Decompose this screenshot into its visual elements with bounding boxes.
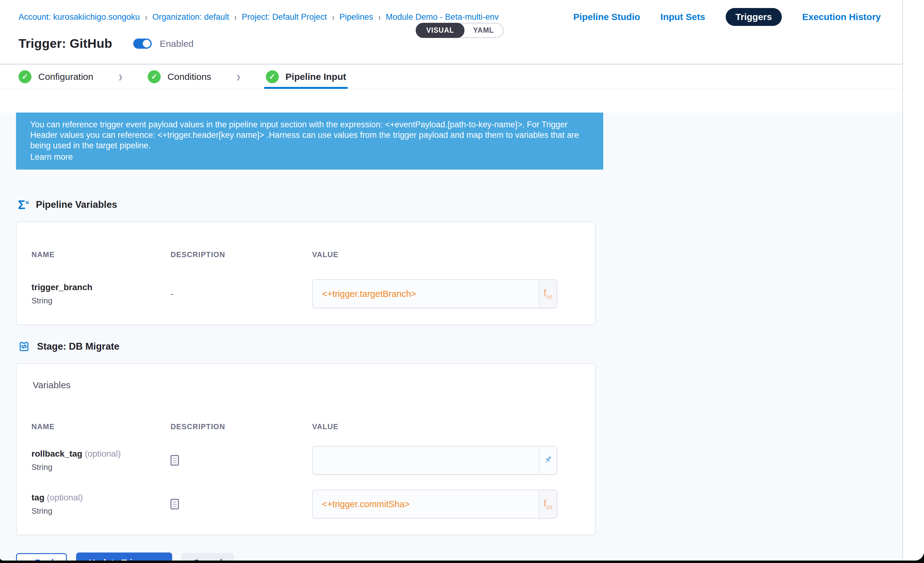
update-trigger-button[interactable]: Update Trigger › — [76, 553, 172, 560]
card-title-variables: Variables — [33, 380, 583, 390]
info-banner-text: You can reference trigger event payload … — [30, 119, 589, 151]
page-title: Trigger: GitHub — [18, 36, 112, 51]
description-icon — [171, 455, 179, 466]
table-row: rollback_tag (optional) String — [30, 446, 583, 475]
column-header-name: NAME — [30, 422, 171, 431]
expression-fx-button[interactable]: f(x) — [539, 490, 556, 518]
breadcrumb-account[interactable]: Account: kurosakiichigo.songoku — [18, 12, 140, 22]
tab-label: Conditions — [168, 72, 211, 82]
check-circle-icon: ✓ — [266, 70, 279, 83]
breadcrumb-organization[interactable]: Organization: default — [152, 12, 229, 22]
enabled-toggle[interactable] — [133, 39, 152, 49]
check-circle-icon: ✓ — [148, 70, 160, 83]
breadcrumb-pipelines[interactable]: Pipelines — [339, 12, 374, 22]
chevron-right-icon: › — [237, 69, 240, 85]
tag-value-input[interactable] — [313, 490, 539, 518]
variable-type: String — [32, 463, 171, 472]
fx-icon: f(x) — [544, 288, 552, 299]
visual-yaml-toggle: VISUAL YAML — [416, 23, 504, 38]
fx-icon: f(x) — [544, 499, 552, 510]
breadcrumb: Account: kurosakiichigo.songoku › Organi… — [18, 12, 499, 22]
pipeline-input-panel: You can reference trigger event payload … — [0, 112, 924, 560]
nav-input-sets[interactable]: Input Sets — [661, 12, 705, 22]
chevron-right-icon: › — [378, 11, 381, 22]
table-row: trigger_branch String - f(x) — [30, 279, 583, 308]
pin-icon — [543, 454, 553, 466]
tab-conditions[interactable]: ✓ Conditions — [148, 64, 211, 89]
optional-label: (optional) — [85, 449, 121, 458]
rollback-tag-value-input[interactable] — [313, 446, 539, 474]
enabled-label: Enabled — [160, 39, 194, 49]
yaml-tab[interactable]: YAML — [464, 24, 503, 37]
chevron-right-icon: › — [145, 11, 147, 22]
breadcrumb-pipeline-name[interactable]: Module Demo - Beta-multi-env — [386, 12, 499, 22]
wizard-footer: ‹ Back Update Trigger › Cancel — [16, 553, 924, 560]
variable-description: - — [171, 289, 173, 298]
stage-icon — [18, 340, 30, 353]
tab-pipeline-input[interactable]: ✓ Pipeline Input — [266, 64, 346, 89]
chevron-right-icon: › — [234, 11, 237, 22]
table-row: tag (optional) String f(x) — [30, 490, 583, 519]
variable-type: String — [32, 506, 171, 516]
wizard-tabbar: ✓ Configuration › ✓ Conditions › ✓ Pipel… — [0, 64, 924, 89]
section-title-pipeline-variables: Pipeline Variables — [36, 199, 117, 210]
trigger-branch-value-input[interactable] — [313, 280, 539, 308]
expression-fx-button[interactable]: f(x) — [539, 280, 556, 308]
back-button[interactable]: ‹ Back — [16, 553, 67, 560]
pin-input-type-button[interactable] — [539, 446, 556, 474]
optional-label: (optional) — [47, 493, 83, 502]
active-tab-underline — [264, 87, 348, 89]
pipeline-variables-card: NAME DESCRIPTION VALUE trigger_branch St… — [16, 222, 596, 325]
column-header-value: VALUE — [312, 250, 583, 259]
pipeline-variables-icon: Σ× — [18, 199, 29, 211]
value-input-wrapper: f(x) — [312, 490, 557, 519]
pipeline-top-nav: Pipeline Studio Input Sets Triggers Exec… — [573, 8, 881, 26]
tab-label: Pipeline Input — [286, 72, 346, 82]
value-input-wrapper: f(x) — [312, 279, 557, 308]
check-circle-icon: ✓ — [18, 70, 32, 83]
column-header-description: DESCRIPTION — [171, 250, 312, 259]
chevron-right-icon: › — [157, 557, 160, 560]
chevron-left-icon: ‹ — [27, 557, 30, 560]
column-header-name: NAME — [30, 250, 171, 259]
value-input-wrapper — [312, 446, 557, 475]
tab-configuration[interactable]: ✓ Configuration — [18, 64, 93, 89]
chevron-right-icon: › — [118, 69, 123, 85]
nav-execution-history[interactable]: Execution History — [802, 12, 881, 22]
section-title-stage: Stage: DB Migrate — [37, 341, 119, 352]
chevron-right-icon: › — [332, 11, 334, 22]
variable-name: rollback_tag (optional) — [32, 449, 171, 459]
app-window: Account: kurosakiichigo.songoku › Organi… — [0, 0, 924, 560]
description-icon — [171, 499, 179, 509]
variable-name: trigger_branch — [32, 282, 171, 292]
stage-variables-card: Variables NAME DESCRIPTION VALUE rollbac… — [16, 363, 596, 535]
breadcrumb-project[interactable]: Project: Default Project — [242, 12, 327, 22]
column-header-description: DESCRIPTION — [171, 422, 312, 431]
learn-more-link[interactable]: Learn more — [30, 152, 589, 162]
tab-label: Configuration — [38, 72, 93, 82]
nav-pipeline-studio[interactable]: Pipeline Studio — [573, 12, 640, 22]
visual-tab[interactable]: VISUAL — [416, 23, 465, 38]
info-banner: You can reference trigger event payload … — [16, 112, 603, 169]
column-header-value: VALUE — [312, 422, 583, 431]
cancel-button[interactable]: Cancel — [182, 553, 234, 560]
variable-name: tag (optional) — [32, 493, 171, 503]
scrollbar-gutter — [902, 0, 924, 560]
nav-triggers-active[interactable]: Triggers — [726, 8, 782, 26]
variable-type: String — [32, 296, 171, 305]
toggle-knob — [142, 39, 152, 48]
